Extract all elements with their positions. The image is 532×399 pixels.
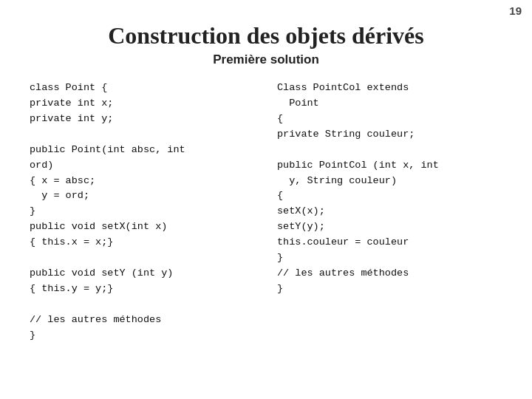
- right-code-block: Class PointCol extends Point { private S…: [277, 81, 502, 344]
- left-code-block: class Point { private int x; private int…: [30, 81, 255, 344]
- slide-subtitle: Première solution: [0, 52, 532, 67]
- slide-title: Construction des objets dérivés: [0, 22, 532, 50]
- slide-number: 19: [509, 4, 522, 17]
